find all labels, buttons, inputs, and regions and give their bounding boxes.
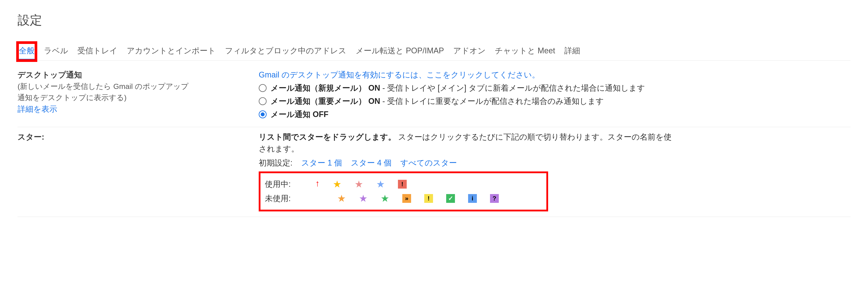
square-green-check-icon[interactable]: ✓ [446, 194, 455, 203]
tab-addons[interactable]: アドオン [452, 43, 487, 60]
tab-inbox[interactable]: 受信トレイ [76, 43, 119, 60]
opt2-rest: - 受信トレイに重要なメールが配信された場合のみ通知します [380, 97, 604, 106]
radio-notify-new-label: メール通知（新規メール） ON - 受信トレイや [メイン] タブに新着メールが… [271, 82, 645, 94]
opt1-rest: - 受信トレイや [メイン] タブに新着メールが配信された場合に通知します [380, 83, 645, 92]
stars-not-used-row: 未使用: ★ ★ ★ » ! ✓ i ? [265, 193, 542, 205]
star-green-icon[interactable]: ★ [381, 194, 389, 203]
preset-all-stars[interactable]: すべてのスター [400, 158, 457, 167]
tab-accounts[interactable]: アカウントとインポート [125, 43, 217, 60]
desktop-learn-more-link[interactable]: 詳細を表示 [18, 103, 250, 115]
stars-heading: スター: [18, 131, 250, 143]
star-red-icon[interactable]: ★ [354, 179, 363, 189]
radio-notify-important-label: メール通知（重要メール） ON - 受信トレイに重要なメールが配信された場合のみ… [271, 95, 604, 107]
annotation-arrow-icon: ↑ [315, 177, 320, 190]
star-blue-icon[interactable]: ★ [376, 179, 385, 189]
enable-desktop-link[interactable]: Gmail のデスクトップ通知を有効にするには、ここをクリックしてください。 [259, 69, 850, 81]
desktop-subtext-2: 通知をデスクトップに表示する) [18, 92, 250, 103]
tab-forward[interactable]: メール転送と POP/IMAP [354, 43, 445, 60]
stars-desc: リスト間でスターをドラッグします。 スターはクリックするたびに下記の順で切り替わ… [259, 131, 850, 143]
tab-filters[interactable]: フィルタとブロック中のアドレス [224, 43, 348, 60]
page-title: 設定 [18, 11, 850, 29]
star-orange-icon[interactable]: ★ [337, 194, 346, 203]
tab-labels[interactable]: ラベル [42, 43, 69, 60]
stars-in-use-row: 使用中: ↑ ★ ★ ★ ! [265, 178, 542, 191]
presets-label: 初期設定: [259, 158, 292, 167]
tab-advanced[interactable]: 詳細 [563, 43, 582, 60]
opt2-bold: メール通知（重要メール） ON [271, 97, 380, 106]
section-desktop-notifications: デスクトップ通知 (新しいメールを受信したら Gmail のポップアップ 通知を… [18, 65, 850, 127]
desktop-heading: デスクトップ通知 [18, 69, 250, 81]
square-orange-gt-icon[interactable]: » [402, 194, 411, 203]
stars-presets-row: 初期設定: スター 1 個 スター 4 個 すべてのスター [259, 157, 850, 169]
radio-notify-off[interactable] [259, 110, 267, 118]
square-blue-i-icon[interactable]: i [468, 194, 477, 203]
in-use-label: 使用中: [265, 178, 302, 190]
tab-general[interactable]: 全般 [18, 43, 36, 61]
square-red-bang-icon[interactable]: ! [398, 180, 407, 189]
radio-notify-important[interactable] [259, 97, 267, 105]
square-yellow-bang-icon[interactable]: ! [424, 194, 433, 203]
settings-tabs: 全般 ラベル 受信トレイ アカウントとインポート フィルタとブロック中のアドレス… [18, 43, 850, 61]
stars-highlight-box: 使用中: ↑ ★ ★ ★ ! 未使用: ★ ★ ★ » ! ✓ i ? [259, 171, 548, 211]
radio-notify-off-label: メール通知 OFF [271, 108, 329, 120]
stars-desc-2: されます。 [259, 143, 850, 155]
square-purple-q-icon[interactable]: ? [490, 194, 499, 203]
tab-chat[interactable]: チャットと Meet [494, 43, 556, 60]
star-purple-icon[interactable]: ★ [359, 194, 368, 203]
radio-notify-new[interactable] [259, 84, 267, 92]
not-used-label: 未使用: [265, 193, 302, 205]
stars-desc-rest: スターはクリックするたびに下記の順で切り替わります。スターの名前を使 [396, 132, 672, 141]
star-yellow-icon[interactable]: ★ [333, 179, 341, 189]
preset-1-star[interactable]: スター 1 個 [301, 158, 342, 167]
desktop-subtext-1: (新しいメールを受信したら Gmail のポップアップ [18, 81, 250, 92]
preset-4-stars[interactable]: スター 4 個 [351, 158, 392, 167]
stars-desc-bold: リスト間でスターをドラッグします。 [259, 132, 396, 141]
section-stars: スター: リスト間でスターをドラッグします。 スターはクリックするたびに下記の順… [18, 127, 850, 217]
opt1-bold: メール通知（新規メール） ON [271, 83, 380, 92]
